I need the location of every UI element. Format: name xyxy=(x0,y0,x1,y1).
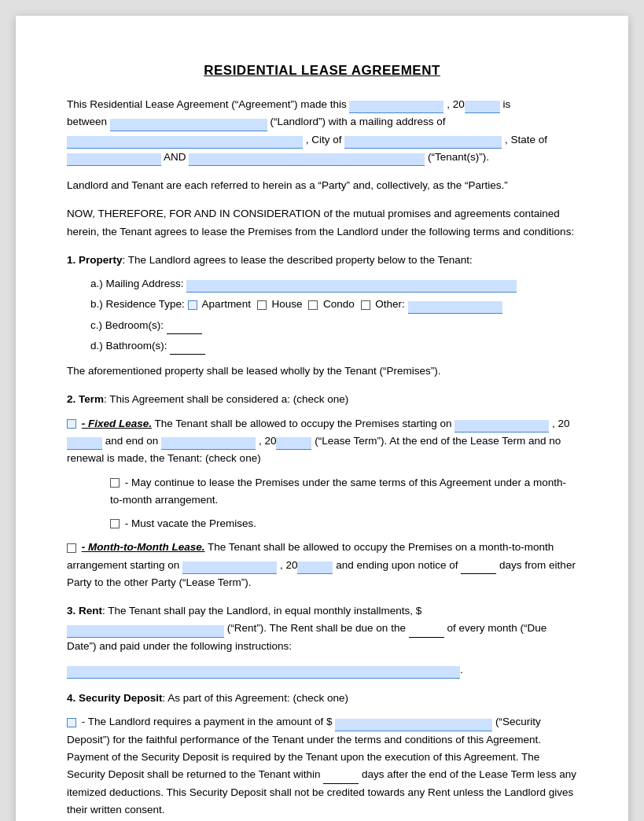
continue-lease-checkbox[interactable] xyxy=(110,478,120,488)
section2-heading: 2. Term xyxy=(67,393,104,405)
residence-type-row: b.) Residence Type: Apartment House Cond… xyxy=(90,296,577,313)
due-date-field[interactable] xyxy=(409,625,444,638)
bedrooms-row: c.) Bedroom(s): xyxy=(90,317,577,334)
bathrooms-row: d.) Bathroom(s): xyxy=(90,337,577,355)
year-field[interactable] xyxy=(465,101,500,113)
lease-start-year-field[interactable] xyxy=(67,437,102,450)
security-deposit-required-checkbox[interactable] xyxy=(67,718,76,727)
section1-heading: 1. Property xyxy=(67,254,123,266)
bedrooms-field[interactable] xyxy=(167,322,202,334)
city-field[interactable] xyxy=(344,136,502,149)
other-checkbox[interactable] xyxy=(361,300,370,310)
tenant-name-field[interactable] xyxy=(189,153,425,166)
section3-heading: 3. Rent xyxy=(67,605,102,617)
section2: 2. Term: This Agreement shall be conside… xyxy=(67,391,577,591)
payment-instructions-field[interactable] xyxy=(67,666,460,679)
other-type-field[interactable] xyxy=(408,301,502,314)
section4: 4. Security Deposit: As part of this Agr… xyxy=(67,690,577,821)
state-field[interactable] xyxy=(67,153,161,166)
house-checkbox[interactable] xyxy=(257,300,267,310)
mailing-address-field[interactable] xyxy=(67,136,303,149)
rent-amount-field[interactable] xyxy=(67,625,224,638)
document-title: RESIDENTIAL LEASE AGREEMENT xyxy=(67,63,577,79)
security-deposit-amount-field[interactable] xyxy=(335,719,492,731)
bathrooms-field[interactable] xyxy=(170,342,205,355)
document-page: RESIDENTIAL LEASE AGREEMENT This Residen… xyxy=(16,16,628,821)
intro-section: This Residential Lease Agreement (“Agree… xyxy=(67,96,577,166)
consideration-section: NOW, THEREFORE, FOR AND IN CONSIDERATION… xyxy=(67,205,577,241)
fixed-lease-checkbox[interactable] xyxy=(67,419,76,429)
section3: 3. Rent: The Tenant shall pay the Landlo… xyxy=(67,602,577,679)
month-to-month-checkbox[interactable] xyxy=(67,543,76,553)
property-address-row: a.) Mailing Address: xyxy=(90,275,577,293)
month-start-year-field[interactable] xyxy=(297,561,333,574)
section1: 1. Property: The Landlord agrees to leas… xyxy=(67,252,577,381)
apartment-checkbox[interactable] xyxy=(188,300,197,310)
deposit-return-days-field[interactable] xyxy=(323,771,359,784)
property-address-field[interactable] xyxy=(186,280,517,293)
section4-heading: 4. Security Deposit xyxy=(67,692,163,704)
notice-days-field[interactable] xyxy=(461,561,496,574)
lease-end-year-field[interactable] xyxy=(276,437,311,450)
month-start-field[interactable] xyxy=(182,561,277,574)
lease-start-field[interactable] xyxy=(454,420,549,433)
condo-checkbox[interactable] xyxy=(308,300,318,310)
party-note: Landlord and Tenant are each referred to… xyxy=(67,177,577,194)
intro-line1: This Residential Lease Agreement (“Agree… xyxy=(67,98,347,110)
date-field[interactable] xyxy=(349,101,443,113)
lease-end-field[interactable] xyxy=(161,437,256,450)
vacate-checkbox[interactable] xyxy=(110,519,120,528)
landlord-name-field[interactable] xyxy=(110,119,267,131)
